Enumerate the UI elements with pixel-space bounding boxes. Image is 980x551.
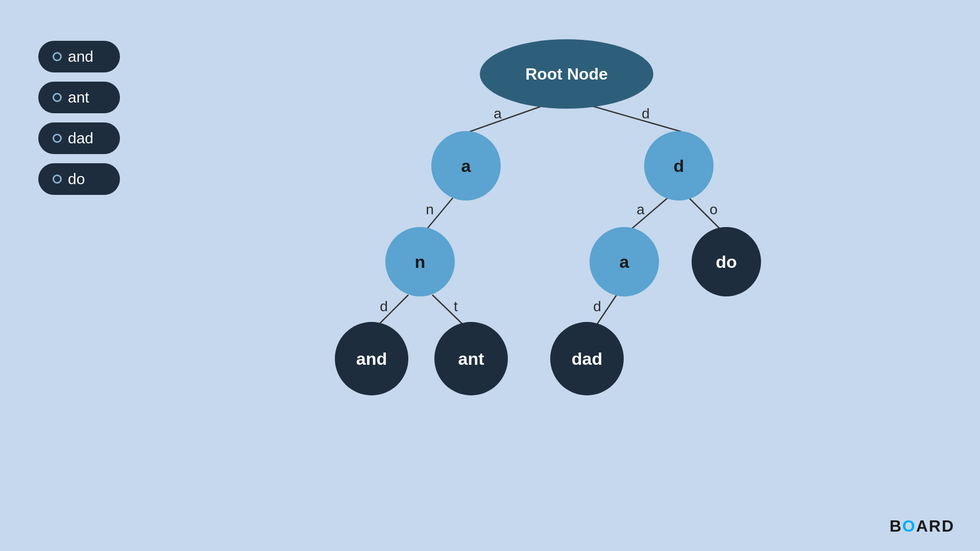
tree-svg: a d n a o d t d Root Node a [179, 0, 980, 551]
tree-container: a d n a o d t d Root Node a [179, 0, 980, 551]
legend-label-and: and [68, 48, 93, 65]
edge-label-root-d: d [642, 106, 650, 121]
node-d-label: d [674, 156, 684, 176]
radio-dot-ant [53, 93, 62, 102]
legend-item-do[interactable]: do [38, 163, 120, 195]
edge-label-n-and: d [380, 298, 388, 314]
node-ant-label: ant [458, 349, 484, 368]
legend-label-do: do [68, 170, 85, 188]
node-dad[interactable]: dad [550, 322, 624, 395]
edge-label-a-n: n [426, 202, 434, 217]
edge-label-d-do: o [709, 202, 718, 217]
radio-dot-and [53, 52, 62, 61]
board-logo: BOARD [890, 517, 954, 536]
node-and-label: and [356, 349, 387, 368]
legend: and ant dad do [38, 41, 120, 195]
radio-dot-do [53, 174, 62, 184]
node-root[interactable]: Root Node [480, 39, 653, 109]
node-a-label: a [461, 156, 472, 176]
legend-label-ant: ant [68, 89, 89, 106]
legend-label-dad: dad [68, 130, 93, 147]
node-da[interactable]: a [590, 227, 659, 296]
node-da-label: a [620, 252, 630, 271]
node-a[interactable]: a [431, 131, 501, 201]
radio-dot-dad [53, 134, 62, 143]
edge-label-d-da: a [636, 202, 645, 217]
logo-ard: ARD [916, 517, 954, 535]
node-do-label: do [716, 252, 737, 271]
edge-root-d [587, 105, 681, 132]
node-d[interactable]: d [644, 131, 714, 201]
edge-label-root-a: a [494, 106, 502, 121]
edge-label-da-dad: d [593, 298, 601, 314]
logo-dot: O [902, 517, 916, 535]
edge-label-n-ant: t [454, 298, 458, 314]
legend-item-ant[interactable]: ant [38, 82, 120, 113]
node-root-label: Root Node [525, 65, 608, 83]
legend-item-and[interactable]: and [38, 41, 120, 72]
legend-item-dad[interactable]: dad [38, 122, 120, 154]
edge-root-a [470, 105, 546, 132]
node-n-label: n [415, 252, 426, 271]
edge-n-ant [432, 295, 462, 324]
node-dad-label: dad [572, 349, 602, 368]
node-do[interactable]: do [692, 227, 761, 296]
logo-b: B [890, 517, 902, 535]
node-ant[interactable]: ant [434, 322, 508, 395]
node-and[interactable]: and [335, 322, 408, 395]
node-n[interactable]: n [385, 227, 455, 296]
